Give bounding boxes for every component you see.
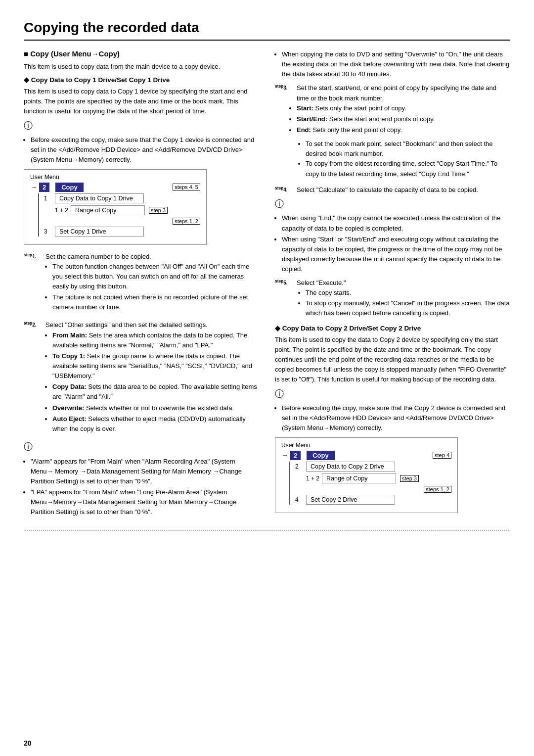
note2-block: ⓘ [24, 442, 259, 453]
step2-from-main: From Main: Sets the area which contains … [52, 331, 259, 350]
subsection2-title: Copy Data to Copy 2 Drive/Set Copy 2 Dri… [275, 324, 510, 332]
diagram2-subitem1-num: 1 + 2 [306, 475, 320, 482]
note2-item-2: "LPA" appears for "From Main" when "Long… [31, 487, 259, 517]
note1-item-1: Before executing the copy, make sure tha… [31, 135, 259, 165]
step5-label: step5. [275, 278, 294, 320]
step3-end: End: Sets only the end point of copy. [297, 125, 510, 135]
section1-intro: This item is used to copy data from the … [24, 62, 259, 72]
step2-overwrite: Overwrite: Selects whether or not to ove… [52, 403, 259, 413]
diagram2-subitem1: 1 + 2 Range of Copy step 3 [306, 473, 451, 483]
step2-content: Select "Other settings" and then set the… [45, 320, 259, 438]
step5-content: Select "Execute." The copy starts. To st… [297, 278, 510, 320]
two-column-layout: Copy (User Menu→Copy) This item is used … [24, 49, 510, 521]
diagram1-subitem1: 1 + 2 Range of Copy step 3 [55, 205, 200, 215]
page-title: Copying the recorded data [24, 20, 510, 41]
step4-label: step4. [275, 185, 294, 195]
diagram2-box: User Menu → 2 Copy step 4 2 Copy Data to… [275, 437, 458, 513]
right-top-bullets: When copying the data to DVD and setting… [282, 49, 510, 79]
step3-para: step3. Set the start, start/end, or end … [275, 83, 510, 181]
page: Copying the recorded data Copy (User Men… [0, 0, 534, 756]
diagram2-item2-num: 2 [295, 463, 304, 470]
diagram1-items: 1 Copy Data to Copy 1 Drive 1 + 2 Range … [38, 193, 200, 236]
left-column: Copy (User Menu→Copy) This item is used … [24, 49, 259, 521]
step5-bullet-1: The copy starts. [306, 288, 510, 298]
step2-main-text: Select "Other settings" and then set the… [45, 321, 208, 329]
step1-main-text: Set the camera number to be copied. [45, 253, 151, 260]
diagram1-subitem1-num: 1 + 2 [55, 207, 69, 214]
note3-list: When using "End," the copy cannot be exe… [282, 213, 510, 274]
step3-sub-items: Start: Sets only the start point of copy… [297, 103, 510, 135]
diagram1-item1: 1 Copy Data to Copy 1 Drive [44, 193, 200, 203]
diagram2-steps12-badge: steps 1, 2 [424, 486, 451, 493]
step1-label: step1. [24, 252, 43, 317]
diagram2-item2-label: Copy Data to Copy 2 Drive [306, 462, 395, 472]
step4-content: Select "Calculate" to calculate the capa… [297, 185, 510, 195]
diagram1-user-menu: User Menu [30, 174, 200, 181]
diagram1-item1-label: Copy Data to Copy 1 Drive [55, 193, 144, 203]
note3-item-2: When using "Start" or "Start/End" and ex… [282, 235, 510, 275]
note2-icon: ⓘ [24, 442, 33, 453]
step2-label: step2. [24, 320, 43, 438]
note2-list: "Alarm" appears for "From Main" when "Al… [31, 457, 259, 518]
step1-bullets: The button function changes between "All… [52, 262, 259, 313]
diagram2-subitem1-badge: step 3 [400, 475, 419, 482]
subsection2-desc: This item is used to copy the data to Co… [275, 335, 510, 385]
diagram1-arrow: → [30, 183, 37, 191]
note1-list: Before executing the copy, make sure tha… [31, 135, 259, 165]
subsection1-title: Copy Data to Copy 1 Drive/Set Copy 1 Dri… [24, 76, 259, 84]
subsection1-desc: This item is used to copy data to Copy 1… [24, 87, 259, 116]
step3-start: Start: Sets only the start point of copy… [297, 103, 510, 113]
diagram1-subitem1-label: Range of Copy [71, 205, 145, 215]
page-number: 20 [24, 739, 32, 747]
step2-copy-data: Copy Data: Sets the data area to be copi… [52, 382, 259, 402]
step1-bullet-2: The picture is not copied when there is … [52, 292, 259, 312]
diagram1-steps12-badge: steps 1, 2 [173, 218, 200, 225]
diagram2-badge-step4: step 4 [433, 452, 451, 459]
step3-sub-bullets: To set the book mark point, select "Book… [306, 139, 510, 179]
section1-title: Copy (User Menu→Copy) [24, 49, 259, 58]
step5-bullet-2: To stop copy manually, select "Cancel" i… [306, 298, 510, 318]
step3-startend: Start/End: Sets the start and end points… [297, 114, 510, 124]
diagram1-copy-label: Copy [55, 183, 84, 192]
diagram2-item2: 2 Copy Data to Copy 2 Drive [295, 462, 451, 472]
diagram2-copy-header: → 2 Copy step 4 [281, 451, 451, 460]
step5-para: step5. Select "Execute." The copy starts… [275, 278, 510, 320]
note2-item-1: "Alarm" appears for "From Main" when "Al… [31, 457, 259, 486]
note3-block: ⓘ [275, 199, 510, 210]
step1-content: Set the camera number to be copied. The … [45, 252, 259, 317]
diagram1-badge-steps45: steps 4, 5 [173, 184, 200, 190]
diagram1-item3-label: Set Copy 1 Drive [55, 227, 144, 236]
step5-bullets: The copy starts. To stop copy manually, … [306, 288, 510, 318]
bottom-rule [24, 530, 510, 531]
step3-main-text: Set the start, start/end, or end point o… [297, 84, 496, 101]
step1-bullet-1: The button function changes between "All… [52, 262, 259, 291]
diagram1-copy-header: → 2 Copy steps 4, 5 [30, 183, 200, 192]
note4-icon: ⓘ [275, 389, 284, 400]
diagram2-item4: 4 Set Copy 2 Drive [295, 495, 451, 505]
step3-content: Set the start, start/end, or end point o… [297, 83, 510, 181]
step2-bullets: From Main: Sets the area which contains … [52, 331, 259, 434]
diagram2-user-menu: User Menu [281, 442, 451, 449]
note1-icon: ⓘ [24, 121, 33, 132]
diagram2-copy-num: 2 [290, 451, 301, 460]
diagram1-item3-num: 3 [44, 228, 53, 235]
step2-para: step2. Select "Other settings" and then … [24, 320, 259, 438]
step1-para: step1. Set the camera number to be copie… [24, 252, 259, 317]
diagram1-steps12-badge-row: steps 1, 2 [44, 217, 200, 225]
step3-sub1: To set the book mark point, select "Book… [306, 139, 510, 159]
diagram1-copy-num: 2 [39, 183, 49, 192]
note4-item-1: Before executing the copy, make sure tha… [282, 403, 510, 433]
diagram2-items: 2 Copy Data to Copy 2 Drive 1 + 2 Range … [289, 462, 451, 505]
step3-sub2: To copy from the oldest recording time, … [306, 159, 510, 179]
diagram2-item4-label: Set Copy 2 Drive [306, 495, 395, 505]
note4-list: Before executing the copy, make sure tha… [282, 403, 510, 433]
note1-block: ⓘ [24, 121, 259, 132]
diagram1-subitem1-badge: step 3 [149, 207, 168, 214]
right-bullet-1: When copying the data to DVD and setting… [282, 49, 510, 79]
step4-para: step4. Select "Calculate" to calculate t… [275, 185, 510, 195]
step5-main-text: Select "Execute." [297, 279, 346, 286]
step2-auto-eject: Auto Eject: Selects whether to eject med… [52, 414, 259, 434]
diagram2-subitem1-label: Range of Copy [322, 473, 396, 483]
diagram2-item4-num: 4 [295, 496, 304, 503]
diagram2: User Menu → 2 Copy step 4 2 Copy Data to… [275, 437, 510, 513]
